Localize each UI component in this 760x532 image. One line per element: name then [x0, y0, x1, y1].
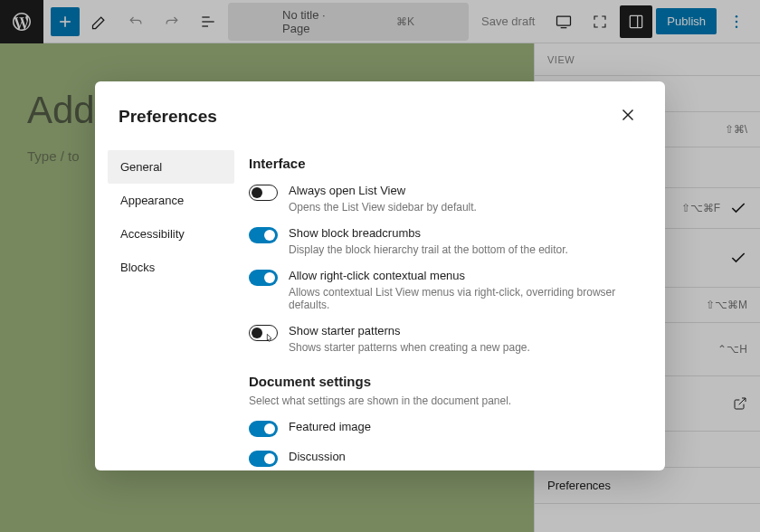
preferences-nav: General Appearance Accessibility Blocks [95, 145, 249, 470]
nav-blocks[interactable]: Blocks [108, 251, 234, 284]
section-document-title: Document settings [249, 374, 641, 389]
cursor-icon [262, 333, 277, 347]
modal-title: Preferences [119, 107, 217, 127]
toggle-starter-patterns[interactable] [249, 325, 278, 341]
pref-label: Allow right-click contextual menus [289, 269, 641, 282]
section-document-desc: Select what settings are shown in the do… [249, 394, 641, 407]
nav-general[interactable]: General [108, 150, 234, 184]
close-icon [618, 105, 638, 125]
toggle-featured-image[interactable] [249, 421, 278, 437]
nav-appearance[interactable]: Appearance [108, 184, 234, 217]
nav-accessibility[interactable]: Accessibility [108, 217, 234, 251]
close-button[interactable] [614, 101, 641, 132]
pref-hint: Allows contextual List View menus via ri… [289, 286, 641, 311]
section-interface-title: Interface [249, 156, 641, 171]
pref-label: Show starter patterns [289, 324, 530, 337]
toggle-right-click[interactable] [249, 270, 278, 286]
pref-hint: Display the block hierarchy trail at the… [289, 243, 568, 256]
preferences-modal: Preferences General Appearance Accessibi… [95, 81, 665, 470]
pref-hint: Opens the List View sidebar by default. [289, 201, 477, 214]
pref-hint: Shows starter patterns when creating a n… [289, 341, 530, 354]
toggle-breadcrumbs[interactable] [249, 227, 278, 243]
pref-label: Discussion [289, 450, 346, 463]
pref-label: Featured image [289, 420, 371, 433]
preferences-content: Interface Always open List View Opens th… [249, 145, 665, 470]
pref-label: Show block breadcrumbs [289, 226, 568, 240]
toggle-list-view[interactable] [249, 185, 278, 201]
toggle-discussion[interactable] [249, 451, 278, 467]
pref-label: Always open List View [289, 184, 477, 197]
